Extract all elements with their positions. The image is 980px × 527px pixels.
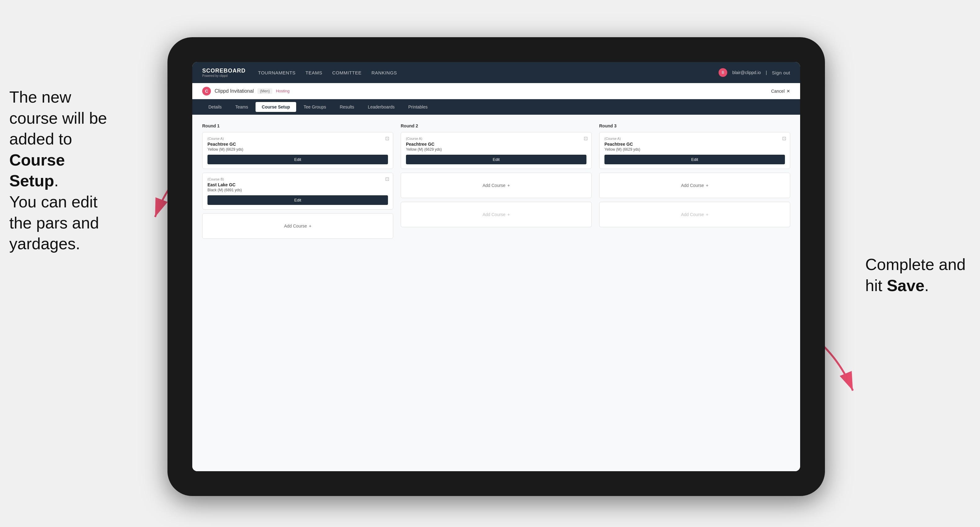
tab-details[interactable]: Details (202, 102, 228, 112)
round-1-course-a-name: Peachtree GC (207, 142, 388, 147)
tablet-screen: SCOREBOARD Powered by clippd TOURNAMENTS… (192, 62, 800, 471)
add-course-r2-plus: + (508, 183, 510, 188)
add-course-r2d-label: Add Course (482, 212, 506, 217)
round-1-course-a-edit-button[interactable]: Edit (207, 155, 388, 164)
tab-leaderboards[interactable]: Leaderboards (362, 102, 401, 112)
round-2-course-a-tee: Yellow (M) (6629 yds) (406, 147, 587, 152)
annotation-right-text: Complete andhit Save. (865, 256, 966, 295)
round-1-course-a-card: ⊡ (Course A) Peachtree GC Yellow (M) (66… (202, 132, 393, 169)
rounds-container: Round 1 ⊡ (Course A) Peachtree GC Yellow… (202, 123, 790, 243)
add-course-r2d-plus: + (508, 212, 510, 217)
round-3-course-a-tag: (Course A) (605, 137, 785, 140)
round-1-course-a-tag: (Course A) (207, 137, 388, 140)
round-1-add-course-button[interactable]: Add Course + (202, 213, 393, 239)
round-1-course-b-edit-button[interactable]: Edit (207, 195, 388, 205)
tournament-title: Clippd Invitational (215, 88, 254, 94)
add-course-r1-plus: + (309, 224, 311, 229)
round-2-add-course-disabled: Add Course + (401, 202, 592, 227)
round-1-course-a-tee: Yellow (M) (6629 yds) (207, 147, 388, 152)
add-course-r3d-label: Add Course (681, 212, 704, 217)
round-3-course-a-card: ⊡ (Course A) Peachtree GC Yellow (M) (66… (599, 132, 790, 169)
nav-links: TOURNAMENTS TEAMS COMMITTEE RANKINGS (258, 70, 719, 75)
nav-user: B blair@clippd.io | Sign out (719, 68, 790, 77)
tab-bar: Details Teams Course Setup Tee Groups Re… (192, 99, 800, 115)
add-course-r1-label: Add Course (284, 224, 307, 229)
user-email: blair@clippd.io (732, 70, 761, 75)
logo-area: SCOREBOARD Powered by clippd (202, 68, 246, 78)
nav-link-committee[interactable]: COMMITTEE (332, 70, 362, 75)
tab-tee-groups[interactable]: Tee Groups (298, 102, 332, 112)
round-2-course-a-edit-button[interactable]: Edit (406, 155, 587, 164)
add-course-r3d-plus: + (706, 212, 708, 217)
round-3-course-a-name: Peachtree GC (605, 142, 785, 147)
round-2-label: Round 2 (401, 123, 592, 129)
annotation-right: Complete andhit Save. (865, 254, 971, 296)
sign-out-link[interactable]: Sign out (772, 70, 790, 75)
add-course-r3-label: Add Course (681, 183, 704, 188)
round-1-course-b-tag: (Course B) (207, 177, 388, 181)
round-1-course-b-tee: Black (M) (6891 yds) (207, 188, 388, 192)
round-2-course-a-name: Peachtree GC (406, 142, 587, 147)
nav-link-tournaments[interactable]: TOURNAMENTS (258, 70, 296, 75)
round-3-add-course-disabled: Add Course + (599, 202, 790, 227)
round-2-add-course-button[interactable]: Add Course + (401, 173, 592, 198)
round-3-column: Round 3 ⊡ (Course A) Peachtree GC Yellow… (599, 123, 790, 243)
annotation-left: The newcourse will beadded toCourse Setu… (9, 87, 108, 254)
tablet-frame: SCOREBOARD Powered by clippd TOURNAMENTS… (167, 37, 825, 496)
main-content: Round 1 ⊡ (Course A) Peachtree GC Yellow… (192, 115, 800, 471)
round-1-label: Round 1 (202, 123, 393, 129)
tab-printables[interactable]: Printables (402, 102, 434, 112)
nav-link-rankings[interactable]: RANKINGS (372, 70, 397, 75)
tab-teams[interactable]: Teams (229, 102, 254, 112)
sub-header-left: C Clippd Invitational (Men) Hosting (202, 87, 290, 95)
round-3-course-a-edit-button[interactable]: Edit (605, 155, 785, 164)
delete-icon-r1b[interactable]: ⊡ (385, 176, 389, 182)
tab-course-setup[interactable]: Course Setup (256, 102, 296, 112)
delete-icon-r1a[interactable]: ⊡ (385, 135, 389, 141)
round-3-course-a-tee: Yellow (M) (6629 yds) (605, 147, 785, 152)
round-3-add-course-button[interactable]: Add Course + (599, 173, 790, 198)
round-2-column: Round 2 ⊡ (Course A) Peachtree GC Yellow… (401, 123, 592, 243)
round-1-column: Round 1 ⊡ (Course A) Peachtree GC Yellow… (202, 123, 393, 243)
cancel-button[interactable]: Cancel ✕ (771, 89, 790, 94)
logo-powered: Powered by clippd (202, 74, 246, 78)
tab-results[interactable]: Results (333, 102, 360, 112)
nav-link-teams[interactable]: TEAMS (305, 70, 322, 75)
avatar: B (719, 68, 727, 77)
round-1-course-b-name: East Lake GC (207, 182, 388, 187)
delete-icon-r2a[interactable]: ⊡ (584, 135, 588, 141)
round-3-label: Round 3 (599, 123, 790, 129)
sub-header: C Clippd Invitational (Men) Hosting Canc… (192, 83, 800, 99)
tournament-badge: (Men) (258, 88, 272, 94)
round-2-course-a-tag: (Course A) (406, 137, 587, 140)
add-course-r2-label: Add Course (482, 183, 506, 188)
logo-scoreboard: SCOREBOARD (202, 68, 246, 74)
round-2-course-a-card: ⊡ (Course A) Peachtree GC Yellow (M) (66… (401, 132, 592, 169)
hosting-label: Hosting (276, 89, 290, 93)
sub-header-logo: C (202, 87, 211, 95)
top-nav: SCOREBOARD Powered by clippd TOURNAMENTS… (192, 62, 800, 83)
round-1-course-b-card: ⊡ (Course B) East Lake GC Black (M) (689… (202, 173, 393, 210)
add-course-r3-plus: + (706, 183, 708, 188)
annotation-left-text: The newcourse will beadded toCourse Setu… (9, 88, 107, 252)
delete-icon-r3a[interactable]: ⊡ (782, 135, 786, 141)
